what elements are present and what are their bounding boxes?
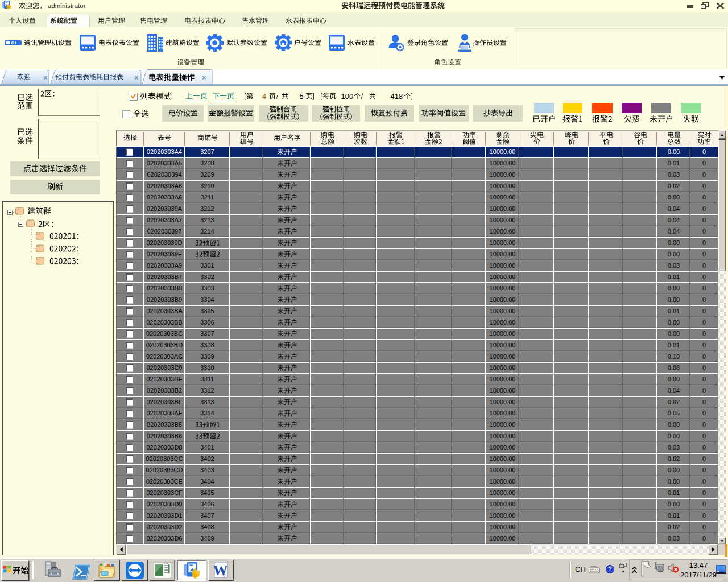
svg-text:?: ? <box>608 566 611 572</box>
